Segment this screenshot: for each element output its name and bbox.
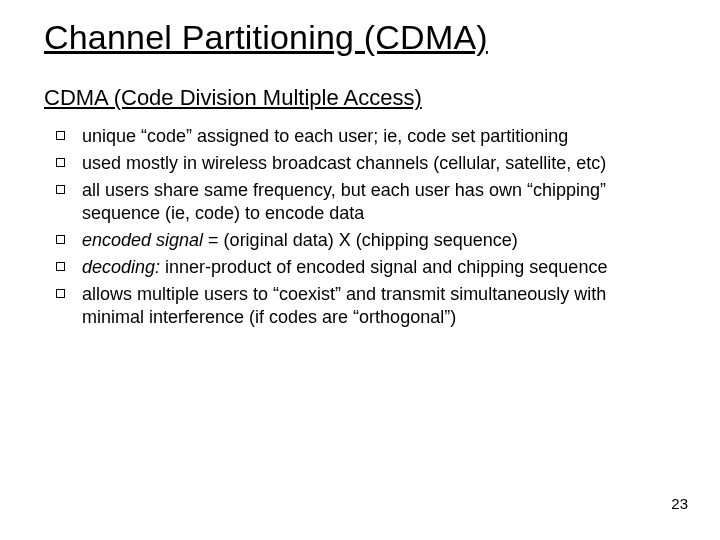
square-bullet-icon bbox=[56, 131, 65, 140]
list-item: encoded signal = (original data) X (chip… bbox=[56, 229, 672, 252]
square-bullet-icon bbox=[56, 262, 65, 271]
square-bullet-icon bbox=[56, 185, 65, 194]
square-bullet-icon bbox=[56, 158, 65, 167]
bullet-rest: = (original data) X (chipping sequence) bbox=[203, 230, 518, 250]
list-item: all users share same frequency, but each… bbox=[56, 179, 672, 225]
slide: Channel Partitioning (CDMA) CDMA (Code D… bbox=[0, 0, 720, 540]
page-number: 23 bbox=[671, 495, 688, 512]
bullet-text: all users share same frequency, but each… bbox=[82, 180, 606, 223]
bullet-rest: inner-product of encoded signal and chip… bbox=[160, 257, 607, 277]
list-item: unique “code” assigned to each user; ie,… bbox=[56, 125, 672, 148]
list-item: decoding: inner-product of encoded signa… bbox=[56, 256, 672, 279]
bullet-text: used mostly in wireless broadcast channe… bbox=[82, 153, 606, 173]
bullet-em: encoded signal bbox=[82, 230, 203, 250]
bullet-em: decoding: bbox=[82, 257, 160, 277]
list-item: allows multiple users to “coexist” and t… bbox=[56, 283, 672, 329]
bullet-text: unique “code” assigned to each user; ie,… bbox=[82, 126, 568, 146]
slide-subtitle: CDMA (Code Division Multiple Access) bbox=[44, 85, 680, 111]
square-bullet-icon bbox=[56, 235, 65, 244]
square-bullet-icon bbox=[56, 289, 65, 298]
bullet-text: allows multiple users to “coexist” and t… bbox=[82, 284, 606, 327]
list-item: used mostly in wireless broadcast channe… bbox=[56, 152, 672, 175]
slide-title: Channel Partitioning (CDMA) bbox=[44, 18, 680, 57]
bullet-list: unique “code” assigned to each user; ie,… bbox=[44, 125, 680, 329]
